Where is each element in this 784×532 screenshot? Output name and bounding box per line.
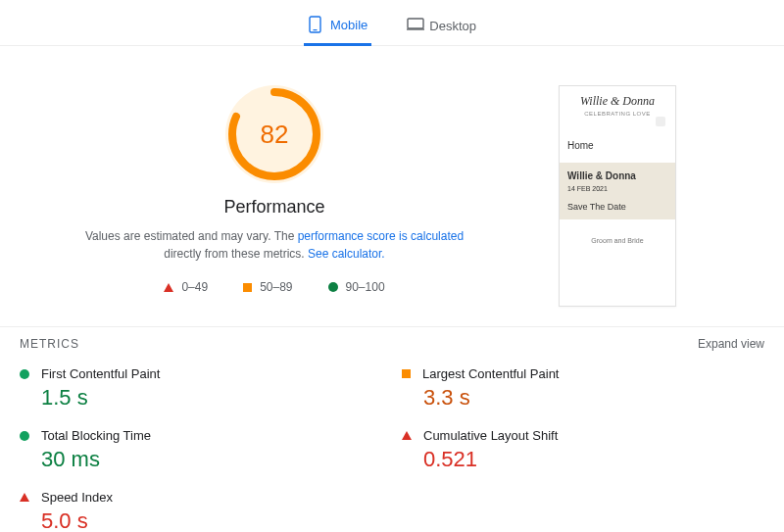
circle-green-icon bbox=[20, 431, 29, 441]
see-calculator-link[interactable]: See calculator. bbox=[308, 247, 385, 261]
circle-green-icon bbox=[328, 282, 338, 292]
triangle-red-icon bbox=[20, 493, 29, 502]
metric-cls-value: 0.521 bbox=[423, 447, 764, 472]
score-calc-link[interactable]: performance score is calculated bbox=[298, 229, 464, 243]
score-column: 82 Performance Values are estimated and … bbox=[20, 85, 529, 307]
metric-fcp: First Contentful Paint 1.5 s bbox=[20, 363, 382, 411]
preview-hero-card: Willie & Donna 14 FEB 2021 Save The Date bbox=[560, 163, 675, 219]
metric-si: Speed Index 5.0 s bbox=[20, 486, 382, 532]
score-value: 82 bbox=[261, 120, 289, 150]
metrics-grid: First Contentful Paint 1.5 s Largest Con… bbox=[0, 357, 784, 532]
square-orange-icon bbox=[243, 283, 252, 292]
device-tabs: Mobile Desktop bbox=[0, 0, 784, 46]
metric-cls-label: Cumulative Layout Shift bbox=[423, 428, 558, 443]
preview-nav: Home bbox=[560, 132, 675, 159]
circle-green-icon bbox=[20, 369, 29, 379]
desktop-icon bbox=[407, 17, 421, 34]
desc-mid: directly from these metrics. bbox=[164, 247, 308, 261]
site-preview: Willie & Donna CELEBRATING LOVE Home Wil… bbox=[559, 85, 676, 307]
metric-si-label: Speed Index bbox=[41, 490, 113, 505]
metric-tbt: Total Blocking Time 30 ms bbox=[20, 424, 382, 472]
legend-good-label: 90–100 bbox=[346, 280, 385, 294]
metric-tbt-label: Total Blocking Time bbox=[41, 428, 151, 443]
desc-pre: Values are estimated and may vary. The bbox=[85, 229, 298, 243]
metric-cls: Cumulative Layout Shift 0.521 bbox=[402, 424, 764, 472]
score-legend: 0–49 50–89 90–100 bbox=[164, 280, 384, 294]
triangle-red-icon bbox=[164, 283, 173, 292]
metric-tbt-value: 30 ms bbox=[41, 447, 382, 472]
legend-poor-label: 0–49 bbox=[181, 280, 208, 294]
legend-avg-label: 50–89 bbox=[260, 280, 292, 294]
metric-si-value: 5.0 s bbox=[41, 508, 382, 532]
preview-footer: Groom and Bride bbox=[560, 237, 675, 244]
metric-lcp-label: Largest Contentful Paint bbox=[422, 366, 559, 381]
legend-avg: 50–89 bbox=[243, 280, 292, 294]
metric-fcp-value: 1.5 s bbox=[41, 385, 382, 411]
preview-card-title: Willie & Donna bbox=[567, 170, 667, 181]
svg-rect-1 bbox=[314, 29, 318, 30]
hero-section: 82 Performance Values are estimated and … bbox=[0, 46, 784, 326]
tab-desktop-label: Desktop bbox=[429, 19, 476, 33]
expand-view-button[interactable]: Expand view bbox=[698, 337, 764, 351]
preview-card-sub: Save The Date bbox=[567, 202, 667, 212]
metrics-header: METRICS Expand view bbox=[0, 326, 784, 357]
legend-poor: 0–49 bbox=[164, 280, 208, 294]
triangle-red-icon bbox=[402, 431, 412, 440]
preview-card-date: 14 FEB 2021 bbox=[567, 185, 667, 192]
tab-mobile[interactable]: Mobile bbox=[304, 10, 371, 46]
preview-tagline: CELEBRATING LOVE bbox=[564, 111, 671, 117]
metric-lcp-value: 3.3 s bbox=[423, 385, 764, 411]
square-orange-icon bbox=[402, 369, 411, 378]
tab-mobile-label: Mobile bbox=[330, 18, 368, 32]
mobile-icon bbox=[308, 16, 322, 33]
metric-fcp-label: First Contentful Paint bbox=[41, 366, 160, 381]
metric-lcp: Largest Contentful Paint 3.3 s bbox=[402, 363, 764, 411]
svg-rect-2 bbox=[408, 19, 423, 28]
tab-desktop[interactable]: Desktop bbox=[403, 10, 480, 45]
score-gauge: 82 bbox=[225, 85, 323, 183]
menu-icon bbox=[656, 117, 665, 126]
metrics-title: METRICS bbox=[20, 337, 79, 351]
preview-brand: Willie & Donna bbox=[564, 94, 671, 109]
score-title: Performance bbox=[223, 197, 324, 218]
score-description: Values are estimated and may vary. The p… bbox=[69, 227, 480, 263]
legend-good: 90–100 bbox=[328, 280, 385, 294]
